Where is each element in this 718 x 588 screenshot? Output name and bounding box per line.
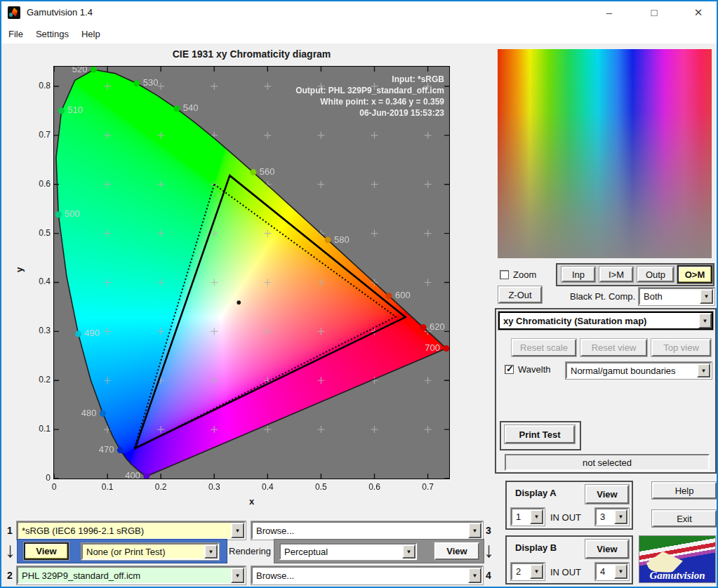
dropdown-arrow-icon[interactable]: ▼ (698, 313, 712, 328)
wavelth-checkbox-label: Wavelth (518, 364, 550, 375)
y-tick-label: 0 (27, 473, 51, 483)
dropdown-arrow-icon[interactable]: ▼ (231, 568, 244, 583)
checkmark-icon: ✓ (506, 363, 514, 374)
plot-annotation-line: Input: *sRGB (212, 74, 444, 85)
checkbox-box[interactable]: ✓ (505, 365, 514, 374)
output-profile-select[interactable]: PHL 329P9_standard_off.icm ▼ (17, 566, 246, 584)
black-pt-comp-select[interactable]: Both ▼ (639, 288, 714, 305)
zoom-checkbox[interactable]: Zoom (500, 269, 536, 280)
x-tick-label: 0.5 (305, 482, 336, 492)
display-a-out-select[interactable]: 3 ▼ (595, 508, 629, 526)
top-view-button[interactable]: Top view (651, 339, 711, 356)
view-right-button[interactable]: View (434, 542, 479, 560)
x-axis-label: x (54, 496, 449, 507)
browse-top-select[interactable]: Browse... ▼ (251, 521, 483, 540)
proof-value: None (or Print Test) (83, 547, 204, 557)
browse-bottom-value: Browse... (253, 570, 468, 581)
menu-item-settings[interactable]: Settings (36, 29, 69, 39)
minimize-button[interactable]: – (597, 4, 621, 21)
x-tick-label: 0.3 (199, 482, 230, 492)
plot-annotation-line: White point: x = 0.346 y = 0.359 (212, 96, 444, 107)
x-tick-label: 0 (39, 482, 69, 492)
wavelth-checkbox[interactable]: ✓ Wavelth (505, 364, 550, 375)
down-arrow-icon: ↓ (484, 538, 494, 562)
chromaticity-diagram[interactable] (53, 66, 450, 479)
checkbox-box[interactable] (500, 270, 509, 279)
rendering-label: Rendering (229, 546, 271, 556)
display-a-in-value: 1 (512, 512, 530, 522)
gamutvision-logo: Gamutvision (639, 535, 716, 583)
x-tick-label: 0.7 (413, 482, 444, 492)
i-to-m-button[interactable]: I>M (599, 267, 633, 282)
rendering-intent-select[interactable]: Perceptual ▼ (279, 543, 417, 560)
reset-scale-button[interactable]: Reset scale (512, 339, 576, 356)
reset-view-button[interactable]: Reset view (580, 339, 647, 356)
outp-button[interactable]: Outp (637, 267, 674, 282)
dropdown-arrow-icon[interactable]: ▼ (231, 523, 244, 538)
y-tick-label: 0.8 (27, 81, 51, 91)
menu-item-file[interactable]: File (8, 29, 23, 39)
dropdown-arrow-icon[interactable]: ▼ (697, 363, 710, 377)
print-test-frame: Print Test (500, 421, 581, 450)
maximize-button[interactable]: □ (642, 4, 666, 21)
exit-button[interactable]: Exit (652, 510, 717, 527)
app-window: Gamutvision 1.4 – □ ✕ File Settings Help… (0, 0, 718, 588)
display-b-out-value: 4 (597, 566, 614, 577)
y-axis-label: y (14, 267, 25, 272)
browse-bottom-select[interactable]: Browse... ▼ (251, 566, 483, 584)
menu-bar: File Settings Help (1, 24, 717, 44)
boundaries-value: Normal/gamut boundaries (567, 366, 697, 376)
o-to-m-button-active[interactable]: O>M (677, 265, 712, 283)
map-type-select[interactable]: xy Chromaticity (Saturation map) ▼ (498, 312, 713, 330)
teal-dot-icon (9, 13, 13, 17)
display-b-inout-label: IN OUT (550, 567, 581, 577)
slot-4-number: 4 (486, 570, 491, 581)
dropdown-arrow-icon[interactable]: ▼ (530, 564, 543, 579)
plot-title: CIE 1931 xy Chromaticity diagram (54, 48, 449, 60)
help-button[interactable]: Help (652, 482, 717, 499)
rendering-intent-value: Perceptual (281, 547, 402, 557)
input-profile-select[interactable]: *sRGB (IEC6 1996-2.1 sRGB) ▼ (17, 521, 246, 540)
y-tick-label: 0.1 (27, 424, 51, 434)
dropdown-arrow-icon[interactable]: ▼ (700, 289, 713, 304)
dropdown-arrow-icon[interactable]: ▼ (614, 509, 627, 524)
y-tick-label: 0.2 (27, 375, 51, 385)
boundaries-select[interactable]: Normal/gamut boundaries ▼ (566, 362, 712, 379)
black-pt-comp-label: Black Pt. Comp. (570, 291, 635, 302)
display-b-view-button[interactable]: View (585, 540, 629, 559)
browse-top-value: Browse... (253, 526, 468, 536)
display-a-group: Display A View 1 ▼ IN OUT 3 ▼ (505, 481, 633, 530)
proof-select[interactable]: None (or Print Test) ▼ (81, 543, 219, 560)
display-a-view-button[interactable]: View (585, 485, 629, 504)
plot-annotation-line: Output: PHL 329P9_standard_off.icm (212, 85, 444, 96)
window-title: Gamutvision 1.4 (27, 7, 93, 18)
output-profile-value: PHL 329P9_standard_off.icm (18, 570, 231, 581)
dropdown-arrow-icon[interactable]: ▼ (468, 523, 481, 538)
display-b-in-select[interactable]: 2 ▼ (511, 563, 545, 580)
dropdown-arrow-icon[interactable]: ▼ (530, 509, 543, 524)
input-profile-value: *sRGB (IEC6 1996-2.1 sRGB) (18, 526, 231, 536)
saturation-map-image (498, 49, 712, 258)
display-a-out-value: 3 (597, 512, 614, 522)
display-b-out-select[interactable]: 4 ▼ (595, 563, 629, 580)
y-tick-label: 0.7 (27, 130, 51, 140)
view-left-button[interactable]: View (24, 542, 69, 560)
display-b-group: Display B View 2 ▼ IN OUT 4 ▼ (505, 535, 633, 584)
dropdown-arrow-icon[interactable]: ▼ (614, 564, 627, 579)
down-arrow-icon: ↓ (5, 538, 15, 562)
title-bar: Gamutvision 1.4 – □ ✕ (1, 1, 717, 24)
display-a-in-select[interactable]: 1 ▼ (511, 508, 545, 526)
display-a-inout-label: IN OUT (550, 512, 581, 523)
close-button[interactable]: ✕ (686, 4, 710, 21)
zoom-checkbox-label: Zoom (513, 269, 536, 280)
dropdown-arrow-icon[interactable]: ▼ (468, 568, 481, 583)
z-out-button[interactable]: Z-Out (498, 286, 542, 303)
dropdown-arrow-icon[interactable]: ▼ (402, 544, 415, 559)
display-a-label: Display A (515, 488, 557, 498)
print-test-button[interactable]: Print Test (505, 425, 575, 443)
y-tick-label: 0.3 (27, 326, 51, 335)
menu-item-help[interactable]: Help (81, 29, 100, 39)
rendering-panel: Perceptual ▼ View (274, 539, 484, 563)
inp-button[interactable]: Inp (561, 267, 595, 282)
dropdown-arrow-icon[interactable]: ▼ (204, 544, 218, 559)
